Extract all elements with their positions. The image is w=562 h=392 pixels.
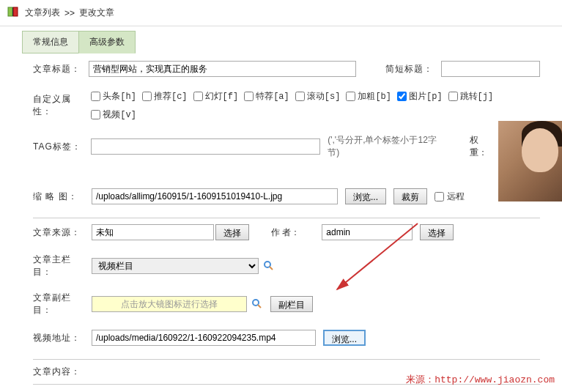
svg-rect-1 [13, 7, 18, 16]
book-icon [7, 6, 25, 20]
input-author[interactable] [322, 224, 413, 240]
select-maincol[interactable]: 视频栏目 [92, 258, 259, 274]
breadcrumb-sep: >> [64, 8, 75, 18]
watermark: 来源：http://www.jiaozn.com [406, 373, 555, 386]
thumbnail-preview[interactable] [498, 121, 562, 201]
svg-line-6 [258, 305, 261, 308]
label-short-title: 简短标题： [385, 63, 441, 75]
input-video[interactable] [92, 330, 316, 346]
tab-basic[interactable]: 常规信息 [22, 31, 79, 53]
breadcrumb-list[interactable]: 文章列表 [25, 7, 60, 19]
input-short-title[interactable] [441, 61, 540, 77]
label-tag: TAG标签： [33, 141, 91, 153]
select-source-button[interactable]: 选择 [215, 224, 249, 240]
tag-note: (','号分开,单个标签小于12字节) [328, 134, 447, 159]
crop-button[interactable]: 裁剪 [393, 188, 427, 204]
select-author-button[interactable]: 选择 [420, 224, 454, 240]
tab-advanced[interactable]: 高级参数 [78, 31, 136, 53]
attr-checkbox-v[interactable] [91, 110, 100, 119]
attr-j[interactable]: 跳转[j] [448, 90, 494, 103]
label-content: 文章内容： [33, 366, 92, 378]
svg-line-4 [270, 267, 273, 270]
remote-label: 远程 [447, 191, 465, 203]
svg-point-3 [265, 262, 270, 267]
label-source: 文章来源： [33, 226, 92, 239]
attr-checkbox-h[interactable] [91, 92, 100, 101]
label-maincol: 文章主栏目： [33, 254, 92, 278]
input-tag[interactable] [91, 138, 320, 155]
input-source[interactable] [92, 224, 214, 240]
svg-point-5 [253, 300, 259, 306]
attr-checkbox-p[interactable] [397, 92, 407, 101]
attr-checkbox-f[interactable] [193, 92, 203, 101]
attr-c[interactable]: 推荐[c] [142, 90, 188, 103]
input-subcol[interactable] [92, 296, 247, 312]
search-icon[interactable] [263, 260, 275, 272]
browse-video-button[interactable]: 浏览... [323, 330, 366, 346]
label-thumb: 缩 略 图： [33, 191, 92, 203]
attr-a[interactable]: 特荐[a] [244, 90, 289, 103]
attr-h[interactable]: 头条[h] [91, 90, 136, 103]
svg-rect-0 [8, 7, 12, 16]
attr-f[interactable]: 幻灯[f] [193, 90, 239, 103]
search-icon[interactable] [251, 298, 263, 310]
attr-p[interactable]: 图片[p] [397, 90, 443, 103]
label-title: 文章标题： [33, 63, 89, 75]
attr-s[interactable]: 滚动[s] [295, 90, 341, 103]
remote-checkbox[interactable] [435, 192, 444, 201]
attr-checkbox-j[interactable] [448, 92, 458, 101]
attr-checkbox-s[interactable] [295, 92, 305, 101]
input-thumb[interactable] [92, 188, 338, 204]
attr-checkbox-b[interactable] [346, 92, 355, 101]
input-title[interactable] [89, 61, 356, 77]
attr-v[interactable]: 视频[v] [91, 108, 136, 121]
subcol-button[interactable]: 副栏目 [270, 296, 313, 312]
attr-checkbox-c[interactable] [142, 92, 152, 101]
breadcrumb-edit: 更改文章 [79, 7, 114, 19]
label-attr: 自定义属性： [33, 93, 91, 118]
label-weight: 权重： [470, 134, 496, 159]
label-subcol: 文章副栏目： [33, 292, 92, 317]
attr-checkbox-a[interactable] [244, 92, 254, 101]
attr-b[interactable]: 加粗[b] [346, 90, 391, 103]
label-author: 作 者： [271, 226, 300, 239]
browse-thumb-button[interactable]: 浏览... [345, 188, 386, 204]
label-video: 视频地址： [33, 332, 92, 344]
breadcrumb: 文章列表 >> 更改文章 [25, 7, 114, 19]
